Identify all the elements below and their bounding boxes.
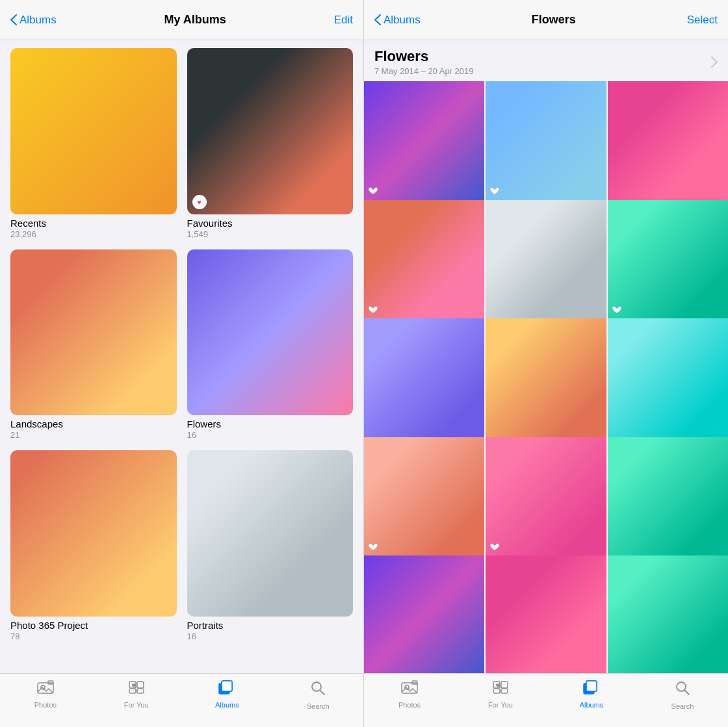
album-count: 16 [187, 430, 354, 440]
photo-cell-p11[interactable] [486, 437, 606, 557]
chevron-left-icon [10, 14, 17, 25]
right-photos-tab-icon [401, 680, 418, 698]
album-item-flowers[interactable]: Flowers16 [187, 249, 354, 440]
tab-label-search: Search [307, 702, 330, 710]
right-tab-label-for-you: For You [488, 701, 513, 709]
svg-rect-9 [222, 681, 232, 691]
album-item-photo365[interactable]: Photo 365 Project78 [10, 450, 177, 641]
album-name: Photo 365 Project [10, 620, 177, 631]
album-name: Landscapes [10, 418, 177, 429]
album-item-portraits[interactable]: Portraits16 [187, 450, 354, 641]
right-panel: Albums Flowers Select Flowers 7 May 2014… [364, 0, 728, 727]
photo-heart-icon [368, 305, 378, 316]
right-tab-label-photos: Photos [398, 701, 421, 709]
album-name: Recents [10, 218, 177, 229]
album-name: Flowers [187, 418, 354, 429]
svg-rect-5 [129, 689, 136, 693]
svg-rect-6 [137, 689, 144, 693]
album-thumb-recents [10, 48, 177, 214]
photo-cell-p1[interactable] [364, 81, 484, 201]
photo-heart-icon [368, 186, 378, 198]
photo-heart-icon [612, 305, 622, 316]
left-panel: Albums My Albums Edit Recents23,296♥Favo… [0, 0, 364, 727]
photo-cell-p10[interactable] [364, 437, 484, 557]
svg-line-23 [685, 691, 690, 695]
right-tab-for-you[interactable]: For You [455, 680, 546, 709]
right-back-button[interactable]: Albums [374, 14, 421, 27]
albums-tab-icon [218, 680, 235, 698]
left-tab-for-you[interactable]: For You [91, 680, 182, 709]
svg-rect-16 [501, 682, 508, 688]
svg-line-11 [320, 691, 325, 695]
photo-cell-p12[interactable] [608, 437, 728, 557]
chevron-right-icon [711, 57, 718, 68]
right-albums-tab-icon [583, 680, 600, 698]
photo-heart-icon [489, 542, 500, 554]
right-tab-label-search: Search [671, 702, 694, 710]
left-back-label: Albums [20, 14, 57, 27]
left-edit-button[interactable]: Edit [334, 14, 353, 27]
albums-grid: Recents23,296♥Favourites1,549Landscapes2… [0, 40, 363, 673]
photo-cell-p2[interactable] [486, 81, 606, 201]
right-nav-title: Flowers [532, 13, 576, 27]
right-tab-bar: Photos For You Albums Search [364, 673, 728, 727]
right-foryou-tab-icon [492, 680, 509, 698]
left-nav-title: My Albums [164, 13, 226, 27]
photo-cell-p15[interactable] [608, 555, 728, 673]
right-back-label: Albums [384, 14, 421, 27]
photo-cell-p5[interactable] [486, 200, 606, 320]
left-back-button[interactable]: Albums [10, 14, 57, 27]
right-tab-search[interactable]: Search [637, 680, 728, 710]
album-count: 78 [10, 631, 177, 641]
flowers-date: 7 May 2014 – 20 Apr 2019 [374, 66, 474, 76]
photos-tab-icon [37, 680, 54, 698]
flowers-header[interactable]: Flowers 7 May 2014 – 20 Apr 2019 [364, 40, 728, 81]
tab-label-albums: Albums [215, 701, 239, 709]
svg-rect-21 [586, 681, 597, 691]
album-thumb-favourites: ♥ [187, 48, 354, 214]
photo-cell-p7[interactable] [364, 318, 484, 439]
chevron-left-icon-right [374, 14, 381, 25]
left-tab-search[interactable]: Search [272, 680, 363, 710]
right-tab-photos[interactable]: Photos [364, 680, 455, 709]
album-thumb-flowers [187, 249, 354, 416]
album-count: 21 [10, 430, 177, 440]
album-thumb-landscapes [10, 249, 177, 416]
album-count: 16 [187, 631, 354, 641]
search-tab-icon [310, 680, 326, 700]
foryou-tab-icon [128, 680, 145, 698]
photo-heart-icon [368, 542, 378, 554]
svg-rect-17 [493, 689, 500, 693]
right-nav-bar: Albums Flowers Select [364, 0, 728, 40]
left-tab-albums[interactable]: Albums [182, 680, 273, 709]
svg-rect-4 [137, 682, 144, 688]
right-select-button[interactable]: Select [687, 14, 718, 27]
album-thumb-photo365 [10, 450, 177, 617]
album-name: Portraits [187, 620, 354, 631]
album-count: 1,549 [187, 229, 354, 239]
left-tab-bar: Photos For You Albums Search [0, 673, 363, 727]
photo-heart-icon [489, 186, 500, 198]
album-thumb-portraits [187, 450, 354, 617]
album-item-landscapes[interactable]: Landscapes21 [10, 249, 177, 440]
photo-cell-p6[interactable] [608, 200, 728, 320]
photo-cell-p3[interactable] [608, 81, 728, 201]
left-tab-photos[interactable]: Photos [0, 680, 91, 709]
album-item-favourites[interactable]: ♥Favourites1,549 [187, 48, 354, 239]
photo-cell-p14[interactable] [486, 555, 606, 673]
tab-label-for-you: For You [124, 701, 149, 709]
photo-cell-p8[interactable] [486, 318, 606, 439]
album-item-recents[interactable]: Recents23,296 [10, 48, 177, 239]
right-search-tab-icon [675, 680, 690, 700]
tab-label-photos: Photos [34, 701, 57, 709]
photo-cell-p13[interactable] [364, 555, 484, 673]
album-count: 23,296 [10, 229, 177, 239]
album-name: Favourites [187, 218, 354, 229]
photo-cell-p4[interactable] [364, 200, 484, 320]
photo-cell-p9[interactable] [608, 318, 728, 439]
left-nav-bar: Albums My Albums Edit [0, 0, 363, 40]
right-tab-label-albums: Albums [580, 701, 604, 709]
svg-rect-18 [501, 689, 508, 693]
flowers-title: Flowers [374, 48, 474, 65]
right-tab-albums[interactable]: Albums [546, 680, 637, 709]
